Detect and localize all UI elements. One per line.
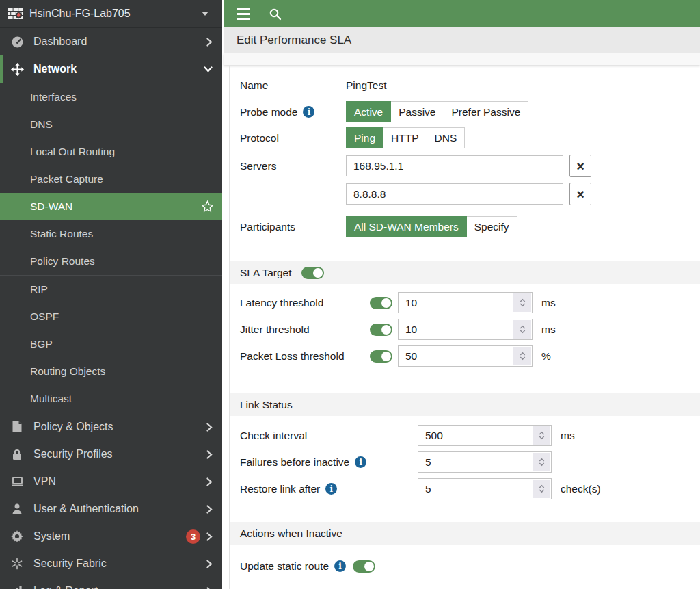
latency-threshold-input[interactable]: [399, 296, 513, 310]
chevron-down-icon: [204, 66, 213, 73]
spinner-buttons[interactable]: [513, 347, 531, 365]
sidebar-item-rip[interactable]: RIP: [0, 275, 222, 303]
servers-label: Servers: [240, 160, 346, 172]
sidebar-item-dns[interactable]: DNS: [0, 111, 222, 138]
device-selector[interactable]: HsinChu-FG-Lab705: [0, 0, 222, 28]
packet-loss-threshold-spinner: [398, 345, 533, 367]
sidebar-item-interfaces[interactable]: Interfaces: [0, 83, 222, 111]
update-static-route-toggle[interactable]: [353, 560, 375, 573]
probe-mode-option-prefer-passive[interactable]: Prefer Passive: [444, 101, 529, 122]
info-icon[interactable]: [355, 456, 366, 468]
sidebar-item-system[interactable]: System 3: [0, 523, 222, 550]
sidebar-item-routing-objects[interactable]: Routing Objects: [0, 358, 222, 385]
participants-row: Participants All SD-WAN Members Specify: [240, 216, 700, 237]
check-interval-label: Check interval: [240, 430, 418, 442]
star-icon[interactable]: [201, 200, 214, 213]
sidebar-item-dashboard[interactable]: Dashboard: [0, 28, 222, 55]
restore-input[interactable]: [418, 482, 533, 496]
jitter-threshold-input[interactable]: [399, 323, 513, 337]
sidebar-item-security-profiles[interactable]: Security Profiles: [0, 441, 222, 468]
jitter-threshold-spinner: [398, 319, 533, 340]
lock-icon: [10, 448, 25, 460]
top-navbar: [224, 0, 700, 27]
chevron-right-icon: [206, 560, 213, 568]
packet-loss-threshold-toggle[interactable]: [370, 350, 392, 363]
packet-loss-threshold-input[interactable]: [399, 350, 513, 363]
sidebar-item-user-authentication[interactable]: User & Authentication: [0, 495, 222, 523]
sidebar-item-static-routes[interactable]: Static Routes: [0, 220, 222, 248]
check-interval-spinner: [418, 425, 552, 446]
spinner-buttons[interactable]: [533, 426, 550, 445]
jitter-unit: ms: [541, 324, 556, 336]
spinner-buttons[interactable]: [533, 453, 550, 471]
latency-threshold-spinner: [398, 292, 533, 313]
participants-option-all[interactable]: All SD-WAN Members: [346, 216, 467, 237]
chevron-right-icon: [206, 505, 213, 514]
hamburger-menu-icon[interactable]: [237, 8, 250, 20]
bar-chart-icon: [10, 586, 25, 589]
sidebar-item-multicast[interactable]: Multicast: [0, 385, 222, 413]
participants-option-specify[interactable]: Specify: [467, 216, 517, 237]
protocol-option-dns[interactable]: DNS: [427, 127, 466, 148]
protocol-option-ping[interactable]: Ping: [346, 127, 383, 148]
info-icon[interactable]: [303, 106, 314, 118]
jitter-threshold-label: Jitter threshold: [240, 324, 370, 336]
update-static-route-row: Update static route: [240, 555, 700, 577]
sidebar-item-security-fabric[interactable]: Security Fabric: [0, 550, 222, 577]
content-area: Name PingTest Probe mode Active Passive …: [222, 65, 700, 589]
sidebar-item-log-report[interactable]: Log & Report: [0, 577, 222, 589]
actions-when-inactive-label: Actions when Inactive: [240, 527, 342, 540]
link-status-section-header: Link Status: [230, 393, 700, 416]
spinner-buttons[interactable]: [533, 480, 550, 498]
search-icon[interactable]: [269, 8, 282, 21]
actions-when-inactive-section-header: Actions when Inactive: [230, 522, 700, 545]
failures-input[interactable]: [418, 456, 533, 469]
laptop-icon: [10, 476, 25, 487]
check-interval-row: Check interval ms: [240, 425, 700, 446]
packet-loss-threshold-row: Packet Loss threshold %: [240, 345, 700, 367]
spinner-buttons[interactable]: [513, 293, 531, 312]
chevron-right-icon: [206, 587, 213, 589]
policy-objects-icon: [10, 421, 25, 433]
remove-server-button-1[interactable]: ×: [569, 155, 591, 177]
sla-target-toggle[interactable]: [301, 267, 324, 279]
server-input-2[interactable]: [346, 183, 563, 205]
check-interval-input[interactable]: [418, 429, 533, 443]
failures-spinner: [418, 451, 552, 473]
server-row-1: Servers ×: [240, 155, 700, 177]
fortigate-logo-icon: [8, 8, 23, 20]
probe-mode-row: Probe mode Active Passive Prefer Passive: [240, 101, 700, 122]
remove-server-button-2[interactable]: ×: [569, 183, 591, 205]
sidebar-item-vpn[interactable]: VPN: [0, 468, 222, 495]
sidebar-item-network[interactable]: Network: [0, 55, 222, 83]
sidebar-item-packet-capture[interactable]: Packet Capture: [0, 166, 222, 193]
info-icon[interactable]: [325, 483, 337, 495]
restore-spinner: [418, 478, 552, 499]
sidebar-item-bgp[interactable]: BGP: [0, 330, 222, 358]
sidebar-item-local-out-routing[interactable]: Local Out Routing: [0, 138, 222, 166]
name-row: Name PingTest: [240, 75, 700, 96]
spinner-buttons[interactable]: [513, 320, 531, 339]
check-interval-unit: ms: [561, 430, 575, 442]
chevron-right-icon: [206, 423, 213, 432]
page-title: Edit Performance SLA: [237, 34, 351, 47]
sla-target-label: SLA Target: [240, 267, 292, 279]
sidebar-item-policy-routes[interactable]: Policy Routes: [0, 248, 222, 275]
sidebar-item-policy-objects[interactable]: Policy & Objects: [0, 413, 222, 441]
protocol-label: Protocol: [240, 132, 346, 144]
failures-before-inactive-row: Failures before inactive: [240, 451, 700, 473]
probe-mode-option-active[interactable]: Active: [346, 101, 391, 122]
probe-mode-option-passive[interactable]: Passive: [391, 101, 444, 122]
jitter-threshold-toggle[interactable]: [370, 324, 392, 336]
sidebar-item-sdwan[interactable]: SD-WAN: [0, 193, 222, 220]
protocol-segmented: Ping HTTP DNS: [346, 127, 465, 148]
sidebar-item-label: Network: [33, 63, 77, 75]
server-input-1[interactable]: [346, 155, 563, 176]
latency-threshold-label: Latency threshold: [240, 297, 370, 309]
probe-mode-segmented: Active Passive Prefer Passive: [346, 101, 528, 122]
protocol-option-http[interactable]: HTTP: [383, 127, 427, 148]
failures-before-inactive-label: Failures before inactive: [240, 456, 418, 469]
sidebar-item-ospf[interactable]: OSPF: [0, 303, 222, 330]
info-icon[interactable]: [334, 560, 346, 572]
latency-threshold-toggle[interactable]: [370, 297, 392, 309]
